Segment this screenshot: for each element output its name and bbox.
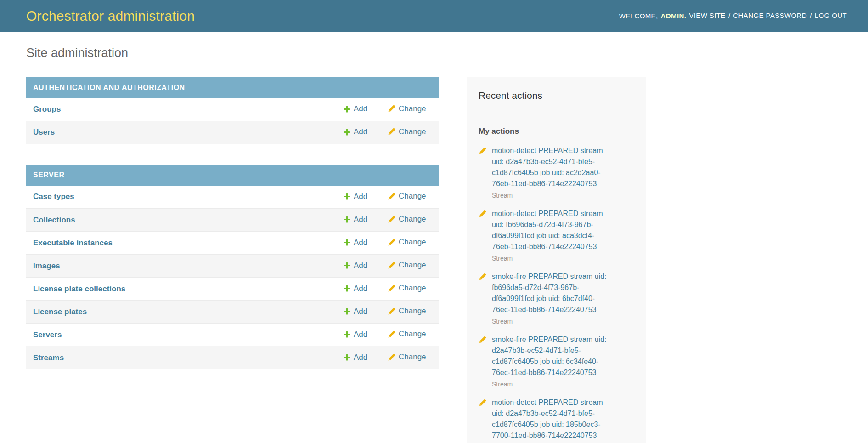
add-link[interactable]: Add bbox=[344, 104, 367, 114]
user-tools-separator: / bbox=[728, 12, 731, 20]
pencil-icon bbox=[388, 239, 395, 246]
change-link[interactable]: Change bbox=[388, 192, 426, 201]
change-link[interactable]: Change bbox=[388, 261, 426, 270]
recent-action-type: Stream bbox=[492, 380, 612, 389]
table-row: License plate collections Add Change bbox=[26, 278, 439, 301]
table-row: Case types Add Change bbox=[26, 186, 439, 209]
recent-actions-title: Recent actions bbox=[467, 77, 646, 114]
user-links: VIEW SITE / CHANGE PASSWORD / LOG OUT bbox=[689, 11, 847, 20]
add-link[interactable]: Add bbox=[344, 261, 367, 270]
my-actions-heading: My actions bbox=[479, 127, 635, 136]
add-label: Add bbox=[354, 284, 367, 293]
add-label: Add bbox=[354, 261, 367, 270]
recent-action-link[interactable]: motion-detect PREPARED stream uid: d2a47… bbox=[492, 397, 610, 441]
recent-action-item: motion-detect PREPARED stream uid: d2a47… bbox=[479, 145, 612, 200]
page-title: Site administration bbox=[26, 45, 847, 60]
model-link[interactable]: License plates bbox=[33, 307, 87, 316]
add-link[interactable]: Add bbox=[344, 284, 367, 293]
add-label: Add bbox=[354, 307, 367, 316]
recent-action-item: smoke-fire PREPARED stream uid: fb696da5… bbox=[479, 271, 612, 326]
username: ADMIN. bbox=[661, 12, 687, 20]
brand-title[interactable]: Orchestrator administration bbox=[26, 8, 195, 24]
add-label: Add bbox=[354, 353, 367, 362]
model-link[interactable]: Groups bbox=[33, 105, 61, 114]
pencil-icon bbox=[388, 261, 395, 269]
model-link[interactable]: Images bbox=[33, 261, 60, 270]
plus-icon bbox=[344, 129, 350, 136]
model-link[interactable]: Case types bbox=[33, 192, 74, 201]
pencil-icon bbox=[388, 105, 395, 113]
recent-action-link[interactable]: smoke-fire PREPARED stream uid: d2a47b3b… bbox=[492, 334, 610, 378]
pencil-icon bbox=[388, 353, 395, 361]
recent-action-item: motion-detect PREPARED stream uid: fb696… bbox=[479, 208, 612, 263]
app-module-caption: SERVER bbox=[26, 165, 439, 186]
plus-icon bbox=[344, 216, 350, 223]
change-label: Change bbox=[399, 238, 426, 247]
change-link[interactable]: Change bbox=[388, 127, 426, 136]
add-link[interactable]: Add bbox=[344, 238, 367, 247]
pencil-icon bbox=[479, 336, 486, 344]
add-label: Add bbox=[354, 330, 367, 339]
change-link[interactable]: Change bbox=[388, 284, 426, 293]
change-link[interactable]: Change bbox=[388, 238, 426, 247]
model-table: Case types Add Change Collections bbox=[26, 186, 439, 370]
change-label: Change bbox=[399, 127, 426, 136]
add-label: Add bbox=[354, 238, 367, 247]
change-link[interactable]: Change bbox=[388, 307, 426, 316]
table-row: License plates Add Change bbox=[26, 301, 439, 324]
model-link[interactable]: Users bbox=[33, 128, 55, 136]
pencil-icon bbox=[388, 193, 395, 200]
model-link[interactable]: Collections bbox=[33, 216, 75, 224]
table-row: Executable instances Add Change bbox=[26, 232, 439, 255]
change-link[interactable]: Change bbox=[388, 215, 426, 224]
model-link[interactable]: Streams bbox=[33, 353, 64, 362]
table-row: Groups Add Change bbox=[26, 98, 439, 121]
pencil-icon bbox=[479, 147, 486, 155]
table-row: Streams Add Change bbox=[26, 346, 439, 369]
app-module-title: SERVER bbox=[33, 171, 65, 179]
change-link[interactable]: Change bbox=[388, 329, 426, 339]
model-link[interactable]: License plate collections bbox=[33, 284, 125, 293]
change-label: Change bbox=[399, 307, 426, 316]
table-row: Servers Add Change bbox=[26, 324, 439, 346]
table-row: Collections Add Change bbox=[26, 209, 439, 232]
recent-action-type: Stream bbox=[492, 191, 612, 200]
recent-action-item: smoke-fire PREPARED stream uid: d2a47b3b… bbox=[479, 334, 612, 389]
change-link[interactable]: Change bbox=[388, 104, 426, 114]
app-module: AUTHENTICATION AND AUTHORIZATION Groups … bbox=[26, 77, 439, 144]
add-link[interactable]: Add bbox=[344, 215, 367, 224]
app-modules: AUTHENTICATION AND AUTHORIZATION Groups … bbox=[26, 77, 439, 390]
recent-action-link[interactable]: smoke-fire PREPARED stream uid: fb696da5… bbox=[492, 271, 610, 315]
user-tools-link[interactable]: VIEW SITE bbox=[689, 11, 725, 20]
change-label: Change bbox=[399, 104, 426, 114]
add-link[interactable]: Add bbox=[344, 330, 367, 339]
table-row: Images Add Change bbox=[26, 255, 439, 278]
model-link[interactable]: Executable instances bbox=[33, 239, 113, 247]
pencil-icon bbox=[388, 330, 395, 338]
table-row: Users Add Change bbox=[26, 121, 439, 144]
model-link[interactable]: Servers bbox=[33, 330, 62, 339]
pencil-icon bbox=[388, 128, 395, 136]
recent-action-type: Stream bbox=[492, 317, 612, 326]
change-label: Change bbox=[399, 329, 426, 339]
recent-action-link[interactable]: motion-detect PREPARED stream uid: fb696… bbox=[492, 208, 610, 252]
user-tools: WELCOME, ADMIN. VIEW SITE / CHANGE PASSW… bbox=[619, 11, 847, 20]
recent-action-link[interactable]: motion-detect PREPARED stream uid: d2a47… bbox=[492, 145, 610, 189]
app-module: SERVER Case types Add Change bbox=[26, 165, 439, 370]
plus-icon bbox=[344, 354, 350, 361]
add-link[interactable]: Add bbox=[344, 127, 367, 136]
add-link[interactable]: Add bbox=[344, 307, 367, 316]
model-table: Groups Add Change Users bbox=[26, 98, 439, 144]
add-link[interactable]: Add bbox=[344, 353, 367, 362]
add-link[interactable]: Add bbox=[344, 192, 367, 201]
change-label: Change bbox=[399, 284, 426, 293]
recent-actions-list: motion-detect PREPARED stream uid: d2a47… bbox=[467, 145, 646, 443]
add-label: Add bbox=[354, 192, 367, 201]
user-tools-link[interactable]: CHANGE PASSWORD bbox=[733, 11, 807, 20]
change-link[interactable]: Change bbox=[388, 352, 426, 362]
add-label: Add bbox=[354, 104, 367, 114]
plus-icon bbox=[344, 331, 350, 338]
content: Site administration AUTHENTICATION AND A… bbox=[0, 45, 868, 443]
plus-icon bbox=[344, 285, 350, 292]
user-tools-link[interactable]: LOG OUT bbox=[815, 11, 847, 20]
